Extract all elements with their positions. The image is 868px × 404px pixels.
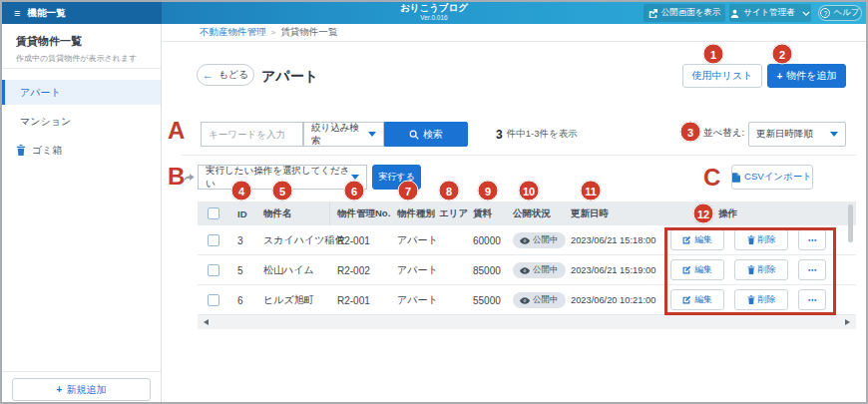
add-property-label: 物件を追加 bbox=[786, 69, 836, 83]
search-button[interactable]: 検索 bbox=[384, 122, 468, 147]
vertical-scrollbar-thumb[interactable] bbox=[848, 204, 853, 242]
cell-id: 3 bbox=[237, 225, 243, 255]
chevron-down-icon bbox=[802, 11, 810, 16]
row-checkbox[interactable] bbox=[208, 225, 219, 255]
sort-select-value: 更新日時降順 bbox=[756, 128, 813, 141]
col-header-updated: 更新日時 bbox=[571, 202, 609, 225]
cell-rent: 60000 bbox=[473, 225, 501, 255]
status-label: 公開中 bbox=[533, 264, 559, 276]
col-header-type: 物件種別 bbox=[397, 202, 435, 225]
app-title-block: おりこうブログ Ver.0.016 bbox=[400, 3, 468, 21]
sidebar-item-label: アパート bbox=[20, 86, 61, 100]
checkbox-icon bbox=[208, 207, 219, 219]
annotation-circle-5: 5 bbox=[272, 181, 293, 202]
sidebar: 賃貸物件一覧 作成中の賃貸物件が表示されます アパート マンション ゴミ箱 + … bbox=[2, 24, 162, 402]
status-badge: 公開中 bbox=[513, 262, 566, 278]
cell-rent: 85000 bbox=[473, 255, 501, 285]
caret-down-icon bbox=[830, 132, 838, 137]
result-count-number: 3 bbox=[496, 128, 503, 142]
cell-id: 5 bbox=[237, 255, 243, 285]
annotation-circle-8: 8 bbox=[439, 181, 460, 202]
breadcrumb-separator: > bbox=[271, 28, 276, 37]
sidebar-bottom-divider bbox=[2, 371, 161, 372]
arrow-left-icon: ← bbox=[203, 69, 214, 81]
hamburger-icon: ≡ bbox=[14, 7, 20, 19]
col-header-area: エリア bbox=[439, 202, 468, 225]
result-count: 3 件中1-3件を表示 bbox=[496, 122, 578, 147]
help-button[interactable]: ? ヘルプ bbox=[818, 5, 862, 21]
row-checkbox[interactable] bbox=[208, 255, 219, 285]
filter-select[interactable]: 絞り込み検索 bbox=[303, 122, 384, 147]
sort-select[interactable]: 更新日時降順 bbox=[748, 122, 846, 147]
annotation-circle-3: 3 bbox=[680, 122, 701, 143]
csv-import-button[interactable]: CSVインポート bbox=[731, 165, 813, 190]
result-count-text: 件中1-3件を表示 bbox=[507, 128, 578, 141]
section-divider bbox=[182, 155, 856, 156]
back-label: もどる bbox=[218, 68, 249, 82]
annotation-circle-1: 1 bbox=[703, 44, 724, 65]
add-property-button[interactable]: + 物件を追加 bbox=[767, 64, 846, 88]
col-header-rent: 賃料 bbox=[473, 202, 492, 225]
breadcrumb-parent-link[interactable]: 不動産物件管理 bbox=[200, 26, 266, 39]
cell-id: 6 bbox=[237, 285, 243, 315]
cell-name: スカイハイツ稲佐 bbox=[263, 225, 344, 255]
scroll-right-icon[interactable] bbox=[845, 319, 850, 325]
status-label: 公開中 bbox=[533, 294, 559, 306]
col-header-status: 公開状況 bbox=[513, 202, 551, 225]
sidebar-item-apartment[interactable]: アパート bbox=[2, 80, 161, 105]
app-version: Ver.0.016 bbox=[400, 14, 468, 21]
checkbox-icon bbox=[208, 234, 219, 246]
annotation-circle-2: 2 bbox=[772, 44, 793, 65]
annotation-letter-a: A bbox=[168, 119, 185, 143]
user-icon bbox=[730, 9, 739, 18]
breadcrumb: 不動産物件管理 > 賃貸物件一覧 bbox=[162, 24, 866, 42]
app-window: ≡ 機能一覧 おりこうブログ Ver.0.016 公開画面を表示 サイト管理者 … bbox=[0, 0, 868, 404]
sidebar-item-label: ゴミ箱 bbox=[32, 144, 62, 158]
horizontal-scrollbar[interactable] bbox=[198, 315, 856, 329]
select-all-checkbox[interactable] bbox=[208, 202, 219, 225]
menu-label: 機能一覧 bbox=[27, 7, 65, 20]
app-title: おりこうブログ bbox=[400, 3, 468, 14]
sort-label: 並べ替え: bbox=[703, 127, 744, 140]
annotation-circle-11: 11 bbox=[581, 181, 602, 202]
sidebar-item-mansion[interactable]: マンション bbox=[2, 109, 161, 134]
annotation-letter-c: C bbox=[703, 166, 720, 190]
table-header: ID 物件名 物件管理No. 物件種別 エリア 賃料 公開状況 更新日時 操作 bbox=[198, 202, 856, 225]
cell-status: 公開中 bbox=[513, 225, 566, 255]
breadcrumb-current: 賃貸物件一覧 bbox=[280, 26, 337, 39]
row-checkbox[interactable] bbox=[208, 285, 219, 315]
checkbox-icon bbox=[208, 264, 219, 276]
keyword-input[interactable] bbox=[201, 122, 303, 147]
view-public-button[interactable]: 公開画面を表示 bbox=[644, 4, 725, 22]
back-button[interactable]: ← もどる bbox=[197, 64, 254, 86]
annotation-red-box bbox=[664, 227, 836, 315]
add-new-label: 新規追加 bbox=[66, 383, 106, 397]
eye-icon bbox=[520, 237, 530, 244]
scroll-left-icon[interactable] bbox=[204, 319, 209, 325]
cell-name: ヒルズ旭町 bbox=[263, 285, 314, 315]
cell-updated: 2023/06/21 15:19:00 bbox=[571, 255, 655, 285]
cell-type: アパート bbox=[397, 285, 438, 315]
cell-rent: 55000 bbox=[473, 285, 501, 315]
page-title: アパート bbox=[261, 68, 318, 86]
in-use-list-button[interactable]: 使用中リスト bbox=[682, 64, 762, 88]
main-area: 不動産物件管理 > 賃貸物件一覧 ← もどる アパート 使用中リスト + 物件を… bbox=[162, 24, 866, 402]
plus-icon: + bbox=[776, 71, 782, 82]
forward-arrow-icon bbox=[183, 170, 195, 188]
cell-mgmt-no: R2-001 bbox=[337, 225, 370, 255]
menu-button[interactable]: ≡ 機能一覧 bbox=[2, 2, 162, 24]
top-bar: ≡ 機能一覧 おりこうブログ Ver.0.016 公開画面を表示 サイト管理者 … bbox=[2, 2, 866, 24]
sidebar-item-trash[interactable]: ゴミ箱 bbox=[2, 138, 161, 163]
account-menu[interactable]: サイト管理者 bbox=[729, 4, 811, 22]
status-label: 公開中 bbox=[533, 234, 559, 246]
csv-import-label: CSVインポート bbox=[744, 171, 812, 184]
cell-updated: 2023/06/20 10:21:00 bbox=[571, 285, 655, 315]
search-label: 検索 bbox=[423, 128, 443, 142]
plus-icon: + bbox=[57, 384, 63, 395]
sidebar-divider bbox=[2, 68, 161, 69]
question-icon: ? bbox=[820, 8, 830, 18]
add-new-button[interactable]: + 新規追加 bbox=[12, 378, 151, 401]
caret-down-icon bbox=[351, 175, 359, 180]
cell-type: アパート bbox=[397, 255, 438, 285]
cell-updated: 2023/06/21 15:18:00 bbox=[571, 225, 655, 255]
